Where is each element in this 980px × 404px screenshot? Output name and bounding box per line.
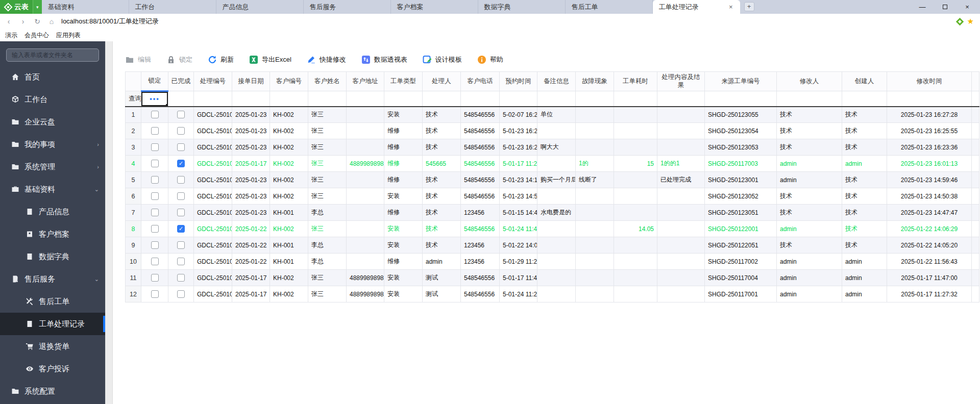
cell-type[interactable]: 安装 bbox=[384, 188, 423, 205]
cell-phone[interactable]: 548546556 bbox=[461, 139, 500, 156]
cell-date[interactable]: 2025-01-17 bbox=[232, 156, 270, 172]
tab-产品信息[interactable]: 产品信息 bbox=[216, 0, 304, 14]
cell-hours[interactable] bbox=[614, 254, 657, 270]
cell-date[interactable]: 2025-01-22 bbox=[232, 221, 270, 237]
cell-addr[interactable] bbox=[347, 205, 384, 221]
cell-lock[interactable] bbox=[141, 205, 168, 221]
cell-note[interactable]: 单位 bbox=[537, 107, 576, 123]
cell-appt[interactable]: 5-01-22 14:04 bbox=[500, 237, 537, 254]
cell-hours[interactable] bbox=[614, 270, 657, 286]
cell-note[interactable] bbox=[537, 254, 576, 270]
cell-code[interactable]: GDCL-2501007 bbox=[194, 172, 232, 188]
cell-appt[interactable]: 5-01-23 16:25 bbox=[500, 123, 537, 139]
cell-code[interactable]: GDCL-2501002 bbox=[194, 156, 232, 172]
lock-checkbox[interactable] bbox=[151, 258, 159, 265]
cell-handler[interactable]: 技术 bbox=[423, 107, 461, 123]
cell-modifier[interactable]: 技术 bbox=[777, 188, 842, 205]
cell-hours[interactable] bbox=[614, 107, 657, 123]
cell-cust_name[interactable]: 张三 bbox=[308, 156, 347, 172]
cell-creator[interactable]: 技术 bbox=[842, 205, 887, 221]
cell-type[interactable]: 维修 bbox=[384, 205, 423, 221]
back-icon[interactable]: ‹ bbox=[4, 17, 13, 26]
tab-基础资料[interactable]: 基础资料 bbox=[42, 0, 129, 14]
cell-modified[interactable]: 2025-01-22 14:06:29 bbox=[887, 221, 972, 237]
sidebar-item-工作台[interactable]: 工作台 bbox=[0, 88, 105, 111]
query-cell[interactable] bbox=[500, 91, 537, 107]
sidebar-item-企业云盘[interactable]: 企业云盘 bbox=[0, 111, 105, 133]
cell-source[interactable]: SHGD-250123055 bbox=[705, 107, 777, 123]
cell-code[interactable]: GDCL-2501003 bbox=[194, 270, 232, 286]
completed-checkbox[interactable] bbox=[177, 241, 185, 249]
cell-handler[interactable]: 测试 bbox=[423, 270, 461, 286]
cell-handler[interactable]: 技术 bbox=[423, 205, 461, 221]
cell-modified[interactable]: 2025-01-23 14:50:38 bbox=[887, 188, 972, 205]
sidebar-item-基础资料[interactable]: 基础资料⌄ bbox=[0, 178, 105, 200]
column-header-工单耗时[interactable]: 工单耗时 bbox=[614, 72, 657, 91]
completed-checkbox[interactable] bbox=[177, 274, 185, 282]
cell-addr[interactable] bbox=[347, 221, 384, 237]
cell-note[interactable] bbox=[537, 188, 576, 205]
cell-done[interactable]: ✓ bbox=[168, 221, 194, 237]
cell-source[interactable]: SHGD-250123053 bbox=[705, 139, 777, 156]
completed-checkbox[interactable]: ✓ bbox=[177, 160, 185, 167]
cell-date[interactable]: 2025-01-17 bbox=[232, 286, 270, 302]
cell-done[interactable] bbox=[168, 237, 194, 254]
column-header-锁定[interactable]: 锁定 bbox=[141, 72, 168, 91]
favorite-star-icon[interactable]: ★ bbox=[967, 17, 974, 26]
cell-source[interactable]: SHGD-250123054 bbox=[705, 123, 777, 139]
menu-item-会员中心[interactable]: 会员中心 bbox=[24, 31, 49, 40]
cell-result[interactable] bbox=[657, 107, 705, 123]
cell-cust_name[interactable]: 张三 bbox=[308, 172, 347, 188]
row-number[interactable]: 5 bbox=[126, 172, 141, 188]
cell-type[interactable]: 维修 bbox=[384, 123, 423, 139]
cell-appt[interactable]: 5-01-17 11:43 bbox=[500, 270, 537, 286]
cell-modifier[interactable]: 技术 bbox=[777, 123, 842, 139]
completed-checkbox[interactable] bbox=[177, 209, 185, 216]
cell-cust_no[interactable]: KH-001 bbox=[270, 237, 308, 254]
cell-date[interactable]: 2025-01-22 bbox=[232, 254, 270, 270]
query-cell[interactable] bbox=[423, 91, 461, 107]
cell-done[interactable] bbox=[168, 286, 194, 302]
cell-type[interactable]: 安装 bbox=[384, 286, 423, 302]
cell-modified[interactable]: 2025-01-23 16:01:13 bbox=[887, 156, 972, 172]
cell-addr[interactable] bbox=[347, 237, 384, 254]
cell-handler[interactable]: 测试 bbox=[423, 286, 461, 302]
completed-checkbox[interactable] bbox=[177, 143, 185, 151]
tab-工作台[interactable]: 工作台 bbox=[129, 0, 216, 14]
cell-addr[interactable] bbox=[347, 254, 384, 270]
cell-type[interactable]: 安装 bbox=[384, 270, 423, 286]
query-cell[interactable] bbox=[168, 91, 194, 107]
menu-item-演示[interactable]: 演示 bbox=[5, 31, 17, 40]
cell-type[interactable]: 维修 bbox=[384, 156, 423, 172]
cell-type[interactable]: 安装 bbox=[384, 107, 423, 123]
cell-done[interactable] bbox=[168, 123, 194, 139]
toolbar-button-刷新[interactable]: 刷新 bbox=[208, 55, 234, 64]
cell-type[interactable]: 维修 bbox=[384, 254, 423, 270]
completed-checkbox[interactable] bbox=[177, 192, 185, 200]
cell-result[interactable] bbox=[657, 123, 705, 139]
cell-cust_no[interactable]: KH-002 bbox=[270, 123, 308, 139]
cell-fault[interactable] bbox=[576, 254, 614, 270]
cell-lock[interactable] bbox=[141, 172, 168, 188]
lock-checkbox[interactable] bbox=[151, 274, 159, 282]
cell-cust_name[interactable]: 李总 bbox=[308, 254, 347, 270]
cell-note[interactable] bbox=[537, 156, 576, 172]
cell-date[interactable]: 2025-01-22 bbox=[232, 237, 270, 254]
cell-lock[interactable] bbox=[141, 237, 168, 254]
cell-appt[interactable]: 5-01-23 16:22 bbox=[500, 139, 537, 156]
cell-date[interactable]: 2025-01-23 bbox=[232, 123, 270, 139]
cell-phone[interactable]: 123456 bbox=[461, 205, 500, 221]
cell-modifier[interactable]: 技术 bbox=[777, 237, 842, 254]
cell-lock[interactable] bbox=[141, 188, 168, 205]
completed-checkbox[interactable] bbox=[177, 258, 185, 265]
cell-handler[interactable]: 技术 bbox=[423, 221, 461, 237]
query-cell[interactable] bbox=[537, 91, 576, 107]
cell-modifier[interactable]: admin bbox=[777, 286, 842, 302]
cell-date[interactable]: 2025-01-17 bbox=[232, 270, 270, 286]
cell-phone[interactable]: 548546556 bbox=[461, 172, 500, 188]
cell-creator[interactable]: admin bbox=[842, 270, 887, 286]
sidebar-item-售后服务[interactable]: 售后服务⌄ bbox=[0, 268, 105, 290]
row-number[interactable]: 4 bbox=[126, 156, 141, 172]
cell-creator[interactable]: 技术 bbox=[842, 123, 887, 139]
cell-cust_no[interactable]: KH-002 bbox=[270, 156, 308, 172]
